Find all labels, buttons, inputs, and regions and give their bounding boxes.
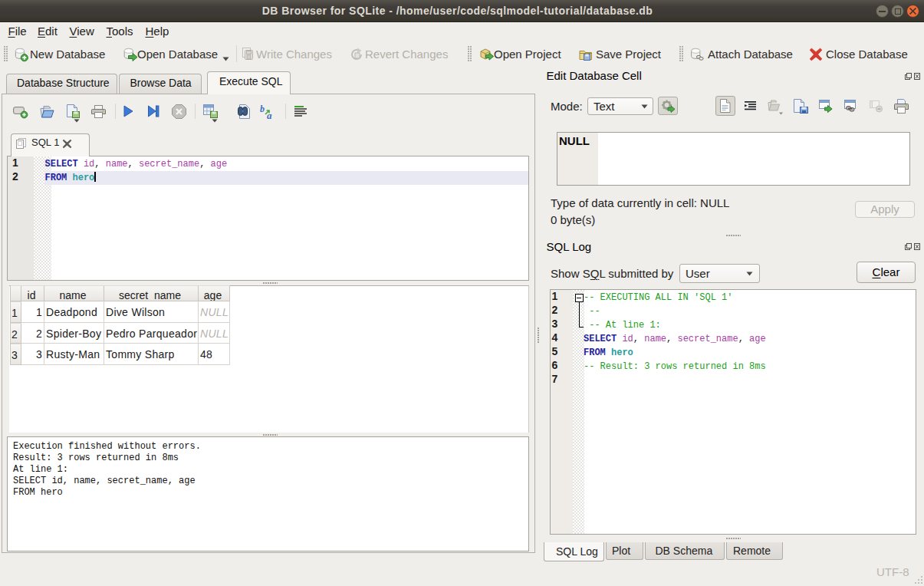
svg-text:b: b [260, 104, 265, 114]
